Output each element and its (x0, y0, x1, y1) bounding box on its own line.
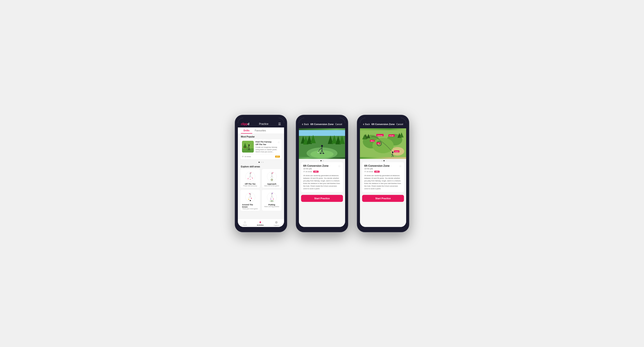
svg-line-27 (271, 176, 272, 178)
ott-name: Off The Tee (245, 183, 256, 185)
card-footer: 10 shots OTT (242, 155, 280, 158)
nav-capture[interactable]: ⊕ Capture (274, 220, 279, 226)
skill-card-putting[interactable]: Putting Make and lag practice (262, 189, 282, 211)
svg-point-62 (310, 150, 334, 158)
arg-badge-3: ARG (374, 171, 380, 173)
drill-shots-2: ⏱ 20 shots (303, 171, 312, 173)
ott-desc: Power and accuracy (243, 185, 257, 187)
featured-drill-card[interactable]: Find The Fairway Off The Tee Create an i… (240, 139, 282, 160)
cancel-button-3[interactable]: Cancel (396, 123, 403, 126)
menu-icon[interactable]: ☰ (278, 122, 281, 126)
svg-text:Miss: Miss (371, 140, 374, 142)
phone-3: Back 6ft Conversion Zone Cancel (357, 115, 409, 232)
screen-1: clippd Practice ☰ Drills Favourites Most… (238, 118, 284, 227)
back-button-2[interactable]: Back (302, 122, 309, 126)
svg-point-11 (247, 150, 250, 151)
img-dot-3b[interactable] (384, 160, 384, 161)
drill-title-row-2: 6ft Conversion Zone 10-50 yds ☆ (303, 164, 341, 170)
svg-point-39 (251, 198, 252, 199)
dot-1[interactable] (258, 162, 260, 163)
home-bar-2 (316, 228, 328, 229)
clock-icon (242, 156, 244, 158)
tab-drills[interactable]: Drills (241, 127, 252, 134)
drill-description: Create an imaginary fairway using trees … (256, 146, 280, 153)
svg-point-63 (321, 145, 323, 147)
course-map: Fairway Rough Miss Hit Sand (360, 128, 406, 159)
approach-name: Approach (267, 183, 276, 185)
skill-card-approach[interactable]: Approach Dial-in to hit the green (262, 169, 282, 188)
skill-card-ott[interactable]: Off The Tee Power and accuracy (240, 169, 260, 188)
carousel-dots (238, 161, 284, 164)
drill-header-2: Back 6ft Conversion Zone Cancel (299, 118, 345, 128)
screen-3: Back 6ft Conversion Zone Cancel (360, 118, 406, 227)
drill-star-3[interactable]: ☆ (399, 164, 402, 168)
drill-title: Find The Fairway (256, 141, 280, 143)
capture-icon: ⊕ (275, 220, 278, 224)
notch-3 (376, 115, 390, 117)
svg-point-38 (248, 199, 249, 200)
nav-activities[interactable]: ♦ Activities (257, 220, 264, 226)
drill-header-title-2: 6ft Conversion Zone (310, 123, 334, 126)
drill-header-3: Back 6ft Conversion Zone Cancel (360, 118, 406, 128)
drill-content-2: 6ft Conversion Zone 10-50 yds ☆ ⏱ 20 sho… (299, 128, 345, 227)
drill-shots-3: ⏱ 20 shots (364, 171, 373, 173)
home-bar-1 (254, 228, 268, 229)
explore-label: Explore skill areas (238, 164, 284, 169)
capture-label: Capture (274, 225, 279, 226)
svg-line-28 (272, 176, 273, 178)
tab-favourites[interactable]: Favourites (252, 127, 268, 134)
arg-badge-2: ARG (313, 171, 318, 173)
drill-thumbnail (242, 141, 254, 153)
cancel-button-2[interactable]: Cancel (335, 123, 342, 126)
putting-name: Putting (268, 204, 275, 206)
image-dots-2 (299, 159, 345, 162)
start-practice-button-3[interactable]: Start Practice (362, 195, 404, 202)
screen-2: Back 6ft Conversion Zone Cancel (299, 118, 345, 227)
dot-3[interactable] (262, 162, 264, 163)
main-content: Most Popular (238, 134, 284, 219)
drill-info-card-3: 6ft Conversion Zone 10-50 yds ☆ ⏱ 20 sho… (362, 162, 404, 192)
svg-line-22 (250, 173, 252, 178)
ott-icon (245, 171, 256, 182)
putting-desc: Make and lag practice (264, 206, 279, 207)
svg-point-69 (318, 152, 319, 153)
svg-line-16 (249, 176, 250, 178)
app-logo: clippd (241, 122, 249, 126)
phone-2: Back 6ft Conversion Zone Cancel (296, 115, 348, 232)
drill-star-2[interactable]: ☆ (338, 164, 341, 168)
drill-yds-2: 10-50 yds (303, 168, 328, 170)
home-bar-3 (376, 228, 390, 229)
notch-2 (316, 115, 328, 117)
skill-card-atg[interactable]: Around The Green Hone your short game (240, 189, 260, 211)
bottom-nav: ⌂ Home ♦ Activities ⊕ Capture (238, 219, 284, 227)
home-icon: ⌂ (244, 220, 246, 224)
back-chevron-2 (302, 122, 303, 126)
back-chevron-3 (363, 122, 364, 126)
dot-2[interactable] (260, 162, 262, 163)
drill-photo-2 (299, 128, 345, 159)
svg-line-37 (250, 196, 251, 198)
drill-description-3: 20 shots are randomly generated at dista… (364, 174, 402, 190)
drill-name-2: 6ft Conversion Zone (303, 164, 328, 167)
drill-yds-3: 10-50 yds (364, 168, 390, 170)
svg-line-17 (250, 176, 251, 178)
img-dot-1[interactable] (320, 160, 322, 161)
drill-subtitle: Off The Tee (256, 143, 280, 146)
svg-point-50 (272, 201, 272, 201)
most-popular-label: Most Popular (238, 134, 284, 139)
favourite-star[interactable]: ☆ (278, 141, 280, 144)
start-practice-button-2[interactable]: Start Practice (301, 195, 343, 202)
img-dot-3a[interactable] (382, 160, 382, 161)
drill-header-title-3: 6ft Conversion Zone (372, 123, 394, 126)
back-button-3[interactable]: Back (363, 122, 370, 126)
drill-name-3: 6ft Conversion Zone (364, 164, 390, 167)
nav-home[interactable]: ⌂ Home (243, 220, 247, 226)
svg-line-21 (248, 173, 250, 179)
img-dot-2[interactable] (322, 160, 324, 161)
svg-rect-4 (244, 147, 246, 148)
shots-count: 10 shots (242, 156, 251, 158)
svg-point-70 (320, 153, 322, 154)
app-header: clippd Practice ☰ (238, 118, 284, 127)
svg-text:Rough: Rough (389, 135, 394, 136)
svg-line-36 (249, 196, 250, 198)
